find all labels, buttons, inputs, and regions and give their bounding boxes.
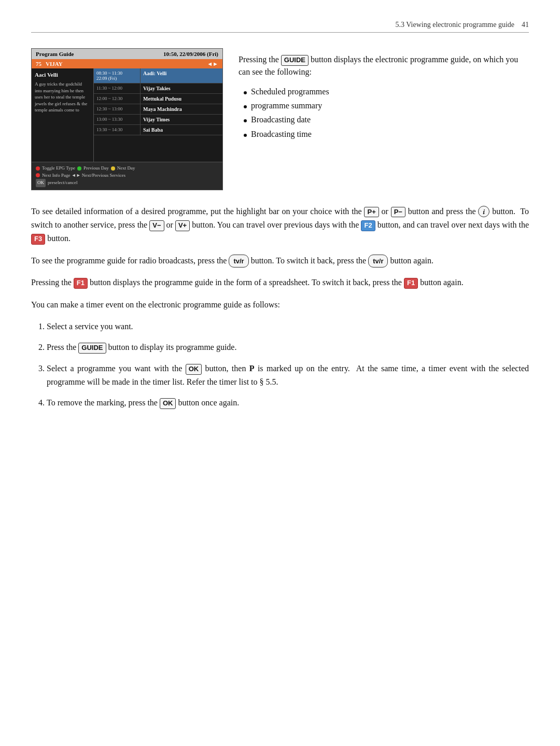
epg-time: 08:30 ~ 11:30 22:09 (Fri) bbox=[94, 68, 141, 83]
epg-left-panel: Aaci Velli A guy tricks the godchild int… bbox=[32, 68, 94, 162]
dot-red-icon2 bbox=[36, 173, 40, 177]
epg-left-desc: A guy tricks the godchild into marrying … bbox=[35, 81, 90, 114]
step-4: To remove the marking, press the OK butt… bbox=[47, 396, 529, 410]
step-2: Press the GUIDE button to display its pr… bbox=[47, 341, 529, 354]
ok-button-step4: OK bbox=[160, 398, 176, 409]
top-section: Program Guide 10:50, 22/09/2006 (Fri) 75… bbox=[31, 48, 529, 190]
epg-programme-row: 13:30 ~ 14:30 Sai Baba bbox=[94, 125, 222, 135]
list-item: Scheduled programmes bbox=[244, 85, 529, 98]
info-button: 𝑖 bbox=[478, 206, 489, 217]
epg-title: Program Guide bbox=[36, 51, 74, 57]
page-container: 5.3 Viewing electronic programme guide 4… bbox=[0, 0, 560, 452]
epg-time: 13:30 ~ 14:30 bbox=[94, 125, 141, 135]
bullet-icon bbox=[244, 105, 247, 108]
epg-programme-row: 11:30 ~ 12:00 Vijay Takies bbox=[94, 83, 222, 94]
epg-programme-row: 12:30 ~ 13:00 Maya Machindra bbox=[94, 104, 222, 115]
steps-list: Select a service you want. Press the GUI… bbox=[31, 320, 529, 410]
right-text-column: Pressing the GUIDE button displays the e… bbox=[239, 48, 529, 190]
list-item: programme summary bbox=[244, 98, 529, 112]
guide-button: GUIDE bbox=[281, 55, 309, 66]
f3-button: F3 bbox=[31, 234, 45, 245]
dot-yellow-icon bbox=[111, 166, 115, 171]
bullet-icon bbox=[244, 119, 247, 122]
feature-list: Scheduled programmes programme summary B… bbox=[239, 85, 529, 141]
ok-badge: OK bbox=[36, 179, 46, 187]
p-mark: P bbox=[249, 364, 255, 373]
epg-channel-name: VIJAY bbox=[46, 61, 63, 67]
epg-time: 11:30 ~ 12:00 bbox=[94, 83, 141, 93]
epg-prog-name: Maya Machindra bbox=[141, 104, 222, 114]
ok-button-step3: OK bbox=[186, 364, 202, 375]
epg-prog-name: Aadi: Velli bbox=[141, 68, 222, 83]
step-1-text: Select a service you want. bbox=[47, 322, 133, 331]
epg-programme-row: 08:30 ~ 11:30 22:09 (Fri) Aadi: Velli bbox=[94, 68, 222, 83]
intro-paragraph: Pressing the GUIDE button displays the e… bbox=[239, 53, 529, 78]
page-header: 5.3 Viewing electronic programme guide 4… bbox=[31, 21, 529, 33]
f1-button-1: F1 bbox=[74, 278, 88, 289]
p-minus-button: P− bbox=[391, 207, 405, 218]
epg-screenshot: Program Guide 10:50, 22/09/2006 (Fri) 75… bbox=[31, 48, 223, 190]
epg-body: Aaci Velli A guy tricks the godchild int… bbox=[32, 68, 222, 162]
v-plus-button: V+ bbox=[175, 220, 190, 231]
paragraph-2: To see the programme guide for radio bro… bbox=[31, 254, 529, 268]
body-section: To see detailed information of a desired… bbox=[31, 205, 529, 410]
f2-button: F2 bbox=[361, 220, 375, 231]
epg-programme-row: 13:00 ~ 13:30 Vijay Times bbox=[94, 115, 222, 125]
tvr-button-2: tv/r bbox=[368, 255, 388, 268]
paragraph-1: To see detailed information of a desired… bbox=[31, 205, 529, 246]
epg-footer-line3: OK preselect/cancel bbox=[36, 179, 218, 187]
epg-prog-name: Vijay Times bbox=[141, 115, 222, 124]
epg-footer: Toggle EPG Type Previous Day Next Day Ne… bbox=[32, 162, 222, 190]
epg-time: 12:00 ~ 12:30 bbox=[94, 94, 141, 104]
epg-nav-arrows: ◄► bbox=[207, 61, 218, 67]
tvr-button-1: tv/r bbox=[229, 255, 248, 268]
list-item: Broadcasting date bbox=[244, 112, 529, 126]
section-title: 5.3 Viewing electronic programme guide bbox=[396, 21, 514, 29]
p-plus-button: P+ bbox=[364, 207, 379, 218]
list-item-label: programme summary bbox=[251, 98, 322, 112]
epg-header: Program Guide 10:50, 22/09/2006 (Fri) bbox=[32, 49, 222, 59]
epg-datetime: 10:50, 22/09/2006 (Fri) bbox=[163, 51, 218, 57]
epg-programme-row: 12:00 ~ 12:30 Mettukal Pudusu bbox=[94, 94, 222, 104]
epg-time: 13:00 ~ 13:30 bbox=[94, 115, 141, 124]
epg-prog-name: Sai Baba bbox=[141, 125, 222, 135]
dot-green-icon bbox=[77, 166, 81, 171]
epg-channel-number: 75 bbox=[36, 61, 41, 67]
epg-prog-name: Mettukal Pudusu bbox=[141, 94, 222, 104]
dot-red-icon bbox=[36, 166, 40, 171]
list-item-label: Broadcasting date bbox=[251, 112, 311, 126]
step-1: Select a service you want. bbox=[47, 320, 529, 333]
epg-footer-line: Toggle EPG Type Previous Day Next Day bbox=[36, 165, 218, 172]
epg-channel-bar: 75 VIJAY ◄► bbox=[32, 59, 222, 68]
paragraph-4: You can make a timer event on the electr… bbox=[31, 298, 529, 312]
epg-prog-name: Vijay Takies bbox=[141, 83, 222, 93]
list-item-label: Scheduled programmes bbox=[251, 85, 329, 98]
f1-button-2: F1 bbox=[404, 278, 418, 289]
bullet-icon bbox=[244, 134, 247, 137]
epg-channel-info: 75 VIJAY bbox=[36, 61, 63, 67]
list-item-label: Broadcasting time bbox=[251, 127, 312, 141]
paragraph-3: Pressing the F1 button displays the prog… bbox=[31, 276, 529, 289]
bullet-icon bbox=[244, 91, 247, 94]
epg-time: 12:30 ~ 13:00 bbox=[94, 104, 141, 114]
epg-right-panel: 08:30 ~ 11:30 22:09 (Fri) Aadi: Velli 11… bbox=[94, 68, 222, 162]
epg-left-title: Aaci Velli bbox=[35, 72, 90, 78]
epg-footer-line2: Next Info Page ◄► Next/Previous Services bbox=[36, 172, 218, 179]
page-number: 41 bbox=[522, 21, 529, 29]
guide-button-step2: GUIDE bbox=[78, 343, 106, 354]
step-3: Select a programme you want with the OK … bbox=[47, 362, 529, 389]
list-item: Broadcasting time bbox=[244, 127, 529, 141]
v-minus-button: V− bbox=[149, 220, 164, 231]
